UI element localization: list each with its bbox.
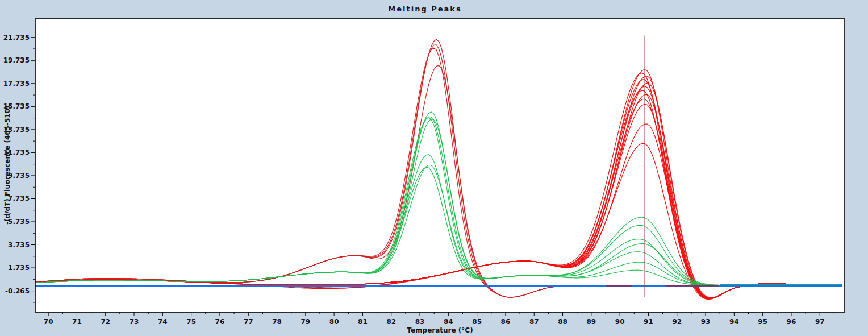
x-tick-label: 75 [186, 318, 196, 326]
y-tick-label: 13.735 [3, 126, 30, 134]
x-tick-label: 72 [101, 318, 110, 326]
x-tick-label: 96 [787, 318, 796, 326]
x-tick-label: 77 [244, 318, 253, 326]
x-tick-label: 92 [672, 318, 682, 326]
y-tick-label: 21.735 [3, 34, 30, 42]
x-tick-label: 83 [415, 318, 425, 326]
y-tick-label: 7.735 [8, 194, 30, 202]
x-tick-label: 91 [644, 318, 653, 326]
y-tick-label: -0.265 [5, 287, 30, 295]
x-tick-label: 88 [558, 318, 567, 326]
x-tick-label: 73 [130, 318, 139, 326]
y-tick-label: 17.735 [3, 80, 30, 88]
x-tick-label: 76 [215, 318, 225, 326]
x-tick-label: 84 [444, 318, 453, 326]
plot-area[interactable] [35, 19, 845, 312]
x-tick-label: 87 [529, 318, 539, 326]
x-tick-label: 71 [72, 318, 82, 326]
x-tick-label: 94 [729, 318, 739, 326]
y-tick-label: 3.735 [8, 241, 30, 249]
x-tick-label: 74 [158, 318, 168, 326]
y-tick-label: 15.735 [3, 102, 30, 110]
x-tick-label: 86 [501, 318, 511, 326]
x-tick-label: 78 [272, 318, 282, 326]
x-tick-label: 81 [358, 318, 368, 326]
x-tick-label: 97 [815, 318, 825, 326]
y-tick-label: 9.735 [8, 172, 30, 180]
x-tick-label: 82 [386, 318, 396, 326]
x-tick-label: 70 [44, 318, 53, 326]
x-tick-label: 93 [701, 318, 711, 326]
x-tick-label: 89 [586, 318, 596, 326]
x-tick-label: 90 [615, 318, 625, 326]
x-tick-label: 80 [329, 318, 339, 326]
y-tick-label: 1.735 [8, 264, 30, 272]
y-tick-label: 5.735 [8, 218, 30, 226]
melting-peaks-panel: Melting Peaks -(d/dT) Fluorescence (465-… [0, 0, 868, 336]
x-tick-label: 85 [472, 318, 482, 326]
y-tick-label: 19.735 [3, 56, 30, 64]
melting-peaks-chart[interactable]: 21.73519.73517.73515.73513.73511.7359.73… [0, 0, 868, 336]
x-tick-label: 95 [758, 318, 767, 326]
x-axis-label: Temperature (°C) [35, 326, 845, 334]
y-tick-label: 11.735 [3, 148, 30, 156]
x-tick-label: 79 [301, 318, 310, 326]
